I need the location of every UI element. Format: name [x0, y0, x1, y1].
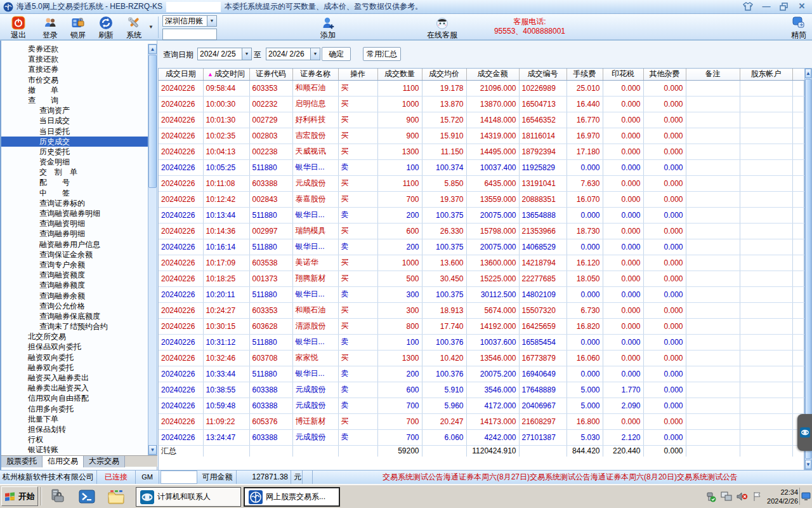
table-row[interactable]: 2024022610:16:14511880银华日...卖200100.3752… — [159, 239, 805, 255]
sidebar-item[interactable]: 当日委托 — [1, 126, 148, 137]
table-row[interactable]: 2024022610:24:27603353和顺石油买30018.9135674… — [159, 302, 805, 318]
table-row[interactable]: 2024022611:09:22605376博迁新材买70020.2471417… — [159, 413, 805, 429]
table-row[interactable]: 2024022610:30:15603628清源股份买80017.7401419… — [159, 318, 805, 334]
column-header[interactable]: 操作 — [338, 69, 377, 80]
table-row[interactable]: 2024022610:01:30002729好利科技买90015.7201414… — [159, 112, 805, 128]
sidebar-item[interactable]: 融资融券用户信息 — [1, 239, 148, 250]
table-row[interactable]: 2024022610:18:25001373翔腾新材买50030.4501522… — [159, 271, 805, 286]
skin-icon[interactable] — [742, 1, 754, 11]
sidebar-item[interactable]: 中 签 — [1, 188, 148, 198]
folder-icon[interactable] — [107, 488, 126, 505]
column-header[interactable]: 成交均价 — [422, 69, 466, 80]
sidebar-item[interactable]: 配 号 — [1, 177, 148, 187]
sidebar-item[interactable]: 查询融资融券明细 — [1, 208, 148, 218]
table-scrollbar[interactable]: ▲ ▼ — [804, 68, 812, 470]
exit-button[interactable]: 退出 — [4, 15, 33, 40]
sidebar-item[interactable]: 历史成交 — [1, 137, 148, 147]
login-button[interactable]: 登录 — [36, 15, 65, 40]
sidebar-item[interactable]: 查询未了结预约合约 — [1, 321, 148, 331]
sidebar-scrollbar[interactable]: ▲ ▼ — [148, 44, 157, 455]
date-to-picker[interactable]: 2024/ 2/26 ▼ — [266, 48, 320, 60]
sidebar-item[interactable]: 交 割 单 — [1, 167, 148, 177]
flag-icon[interactable] — [752, 491, 763, 502]
column-header[interactable]: 手续费 — [566, 69, 603, 80]
sidebar-item[interactable]: 查询融券余额 — [1, 291, 148, 301]
sidebar-item[interactable]: 查询资产 — [1, 105, 148, 116]
table-row[interactable]: 2024022610:32:46603708家家悦买130010.4201354… — [159, 350, 805, 366]
volume-muted-icon[interactable] — [737, 491, 748, 502]
column-header[interactable]: 成交数量 — [377, 69, 422, 80]
sidebar-item[interactable]: 卖券还款 — [1, 44, 148, 54]
sidebar-item[interactable]: 查询融券明细 — [1, 229, 148, 239]
sidebar-item[interactable]: 当日成交 — [1, 116, 148, 126]
table-row[interactable]: 2024022610:02:35002803吉宏股份买90015.9101431… — [159, 128, 805, 144]
chevron-down-icon[interactable]: ▼ — [242, 48, 251, 60]
bottom-tab[interactable]: 信用交易 — [43, 456, 84, 467]
sidebar-item[interactable]: 查询证券标的 — [1, 198, 148, 208]
column-header[interactable]: 成交编号 — [519, 69, 566, 80]
sidebar-item[interactable]: 融资买入融券卖出 — [1, 373, 148, 383]
sidebar-item[interactable]: 撤 单 — [1, 85, 148, 95]
sidebar-item[interactable]: 融券卖出融资买入 — [1, 383, 148, 393]
close-button[interactable]: ✕ — [796, 1, 808, 11]
scroll-down-icon[interactable]: ▼ — [148, 445, 157, 455]
simplify-button[interactable]: 精简 — [784, 15, 812, 40]
sidebar-item[interactable]: 北交所交易 — [1, 331, 148, 342]
table-row[interactable]: 2024022610:11:08603388元成股份买11005.8506435… — [159, 175, 805, 191]
system-dropdown-arrow[interactable]: ▼ — [148, 24, 154, 30]
sidebar-item[interactable]: 直接还券 — [1, 64, 148, 74]
usb-device-icon[interactable] — [705, 491, 716, 502]
sidebar-item[interactable]: 查询融资额度 — [1, 270, 148, 280]
sidebar-item[interactable]: 查询融资明细 — [1, 218, 148, 229]
scroll-up-icon[interactable]: ▲ — [805, 69, 811, 78]
bottom-tab[interactable]: 大宗交易 — [84, 456, 125, 467]
sidebar-item[interactable]: 查 询 — [1, 95, 148, 105]
table-row[interactable]: 2024022610:12:42002843泰嘉股份买70019.3701355… — [159, 191, 805, 207]
sidebar-item[interactable]: 查询专户余额 — [1, 260, 148, 270]
sidebar-item[interactable]: 担保品双向委托 — [1, 342, 148, 352]
sidebar-item[interactable]: 直接还款 — [1, 54, 148, 64]
show-desktop-button[interactable] — [799, 488, 811, 505]
sidebar-item[interactable]: 历史委托 — [1, 147, 148, 157]
system-tools-icon[interactable] — [48, 488, 67, 505]
account-selector[interactable]: 深圳信用账 ▼ — [162, 15, 217, 27]
teamviewer-side-tab[interactable] — [797, 414, 812, 451]
sidebar-item[interactable]: 查询公允价格 — [1, 301, 148, 311]
table-row[interactable]: 2024022610:17:09603538美诺华买100013.6001360… — [159, 255, 805, 271]
sidebar-item[interactable]: 信用多向委托 — [1, 404, 148, 414]
account-password-input[interactable] — [162, 29, 217, 40]
scroll-up-icon[interactable]: ▲ — [148, 44, 157, 54]
table-row[interactable]: 2024022610:38:55603388元成股份卖6005.9103546.… — [159, 382, 805, 398]
restore-button[interactable] — [779, 2, 789, 11]
sidebar-item[interactable]: 银证转账 — [1, 444, 148, 455]
sidebar-item[interactable]: 行权 — [1, 434, 148, 444]
start-button[interactable]: 开始 — [1, 486, 38, 506]
chevron-down-icon[interactable]: ▼ — [310, 48, 320, 60]
table-row[interactable]: 2024022610:59:48603388元成股份卖7005.9604172.… — [159, 398, 805, 413]
column-header[interactable]: 备注 — [686, 69, 740, 80]
network-icon[interactable] — [721, 491, 732, 502]
table-row[interactable]: 2024022609:58:44603353和顺石油买110019.178210… — [159, 80, 805, 96]
task-trading-system[interactable]: 网上股票交易系... — [244, 487, 340, 507]
lock-screen-button[interactable]: 锁屏 — [63, 15, 93, 40]
table-row[interactable]: 2024022610:20:11511880银华日...卖300100.3753… — [159, 286, 805, 302]
sidebar-item[interactable]: 查询融券额度 — [1, 280, 148, 290]
column-header[interactable]: 其他杂费 — [643, 69, 686, 80]
column-header[interactable]: 股东帐户 — [740, 69, 792, 80]
scroll-down-icon[interactable]: ▼ — [805, 460, 811, 469]
bottom-tab[interactable]: 股票委托 — [1, 456, 43, 467]
table-row[interactable]: 2024022610:05:25511880银华日...卖100100.3741… — [159, 159, 805, 175]
column-header[interactable]: 印花税 — [603, 69, 643, 80]
powershell-icon[interactable] — [77, 488, 96, 505]
column-header[interactable]: 证券名称 — [292, 69, 338, 80]
sidebar-item[interactable]: 资金明细 — [1, 157, 148, 167]
column-header[interactable]: 成交日期 — [159, 69, 203, 80]
refresh-button[interactable]: 刷新 — [91, 15, 121, 40]
column-header[interactable]: 成交金额 — [466, 69, 519, 80]
sidebar-item[interactable]: 查询保证金余额 — [1, 250, 148, 260]
table-scrollbar-thumb[interactable] — [805, 79, 811, 459]
date-from-picker[interactable]: 2024/ 2/25 ▼ — [197, 48, 252, 60]
add-account-button[interactable]: 添加 — [313, 15, 343, 40]
sidebar-item[interactable]: 市价交易 — [1, 75, 148, 85]
table-row[interactable]: 2024022610:31:12511880银华日...卖100100.3761… — [159, 334, 805, 350]
